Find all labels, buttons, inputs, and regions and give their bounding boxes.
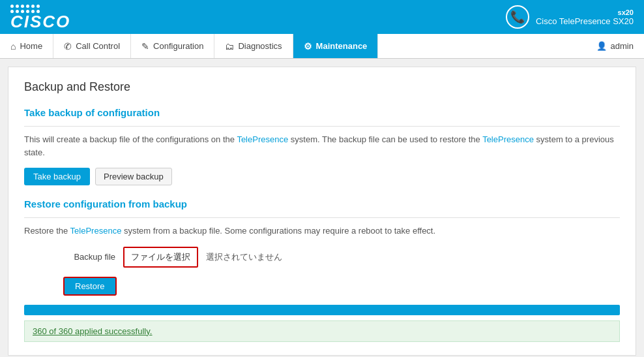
backup-desc-link2: TelePresence	[482, 134, 534, 144]
restore-button-row: Restore	[63, 277, 620, 296]
backup-desc-text1: This will create a backup file of the co…	[24, 134, 237, 144]
cisco-text: CISCO	[10, 13, 70, 30]
nav-config-label: Configuration	[153, 41, 203, 51]
maintenance-icon: ⚙	[304, 41, 312, 52]
success-message: 360 of 360 applied successfully.	[24, 320, 620, 342]
nav-call-control[interactable]: ✆ Call Control	[53, 34, 131, 58]
backup-desc-link1: TelePresence	[237, 134, 288, 144]
restore-section-title: Restore configuration from backup	[24, 198, 620, 212]
restore-description: Restore the TelePresence system from a b…	[24, 225, 620, 238]
backup-button-row: Take backup Preview backup	[24, 168, 620, 185]
page-title: Backup and Restore	[24, 80, 620, 94]
main-content: Backup and Restore Take backup of config…	[8, 67, 636, 356]
device-id: sx20	[618, 8, 634, 16]
progress-bar-fill	[24, 305, 620, 315]
restore-desc-text1: Restore the	[24, 226, 70, 236]
success-text-underline: 360 of 360 applied successfully.	[33, 326, 152, 336]
header-device-info: 📞 sx20 Cisco TelePresence SX20	[506, 5, 634, 29]
nav-admin: 👤 admin	[586, 34, 644, 58]
restore-desc-link1: TelePresence	[70, 226, 122, 236]
restore-section: Restore configuration from backup Restor…	[24, 198, 620, 342]
cisco-logo: CISCO	[10, 5, 70, 30]
backup-file-label: Backup file	[63, 252, 115, 262]
nav-configuration[interactable]: ✎ Configuration	[131, 34, 214, 58]
restore-desc-text2: system from a backup file. Some configur…	[121, 226, 435, 236]
preview-backup-button[interactable]: Preview backup	[95, 168, 172, 185]
admin-icon: 👤	[596, 41, 607, 51]
nav-home-label: Home	[20, 41, 42, 51]
phone-icon: 📞	[506, 5, 529, 29]
choose-file-button[interactable]: ファイルを選択	[123, 247, 198, 268]
restore-button[interactable]: Restore	[63, 277, 117, 296]
nav-maintenance[interactable]: ⚙ Maintenance	[293, 34, 379, 58]
nav-diag-label: Diagnostics	[238, 41, 282, 51]
progress-bar-container	[24, 305, 620, 315]
home-icon: ⌂	[10, 41, 16, 52]
device-model: Cisco TelePresence SX20	[536, 16, 634, 26]
nav-diagnostics[interactable]: 🗂 Diagnostics	[214, 34, 293, 58]
backup-file-row: Backup file ファイルを選択 選択されていません	[63, 247, 620, 268]
restore-divider	[24, 217, 620, 218]
admin-label: admin	[611, 41, 634, 51]
backup-section: Take backup of configuration This will c…	[24, 107, 620, 185]
nav-maint-label: Maintenance	[316, 41, 368, 51]
backup-desc-text2: system. The backup file can be used to r…	[288, 134, 482, 144]
nav-call-label: Call Control	[76, 41, 120, 51]
no-file-chosen-label: 選択されていません	[206, 251, 282, 263]
navigation-bar: ⌂ Home ✆ Call Control ✎ Configuration 🗂 …	[0, 34, 644, 59]
call-icon: ✆	[64, 41, 72, 52]
success-message-text: 360 of 360 applied successfully.	[33, 326, 152, 336]
backup-divider	[24, 126, 620, 127]
backup-section-title: Take backup of configuration	[24, 107, 620, 121]
config-icon: ✎	[141, 41, 149, 52]
take-backup-button[interactable]: Take backup	[24, 168, 90, 185]
diagnostics-icon: 🗂	[225, 41, 234, 52]
nav-home[interactable]: ⌂ Home	[0, 34, 53, 58]
nav-items: ⌂ Home ✆ Call Control ✎ Configuration 🗂 …	[0, 34, 378, 58]
backup-description: This will create a backup file of the co…	[24, 133, 620, 159]
device-name-block: sx20 Cisco TelePresence SX20	[536, 8, 634, 26]
header: CISCO 📞 sx20 Cisco TelePresence SX20	[0, 0, 644, 34]
